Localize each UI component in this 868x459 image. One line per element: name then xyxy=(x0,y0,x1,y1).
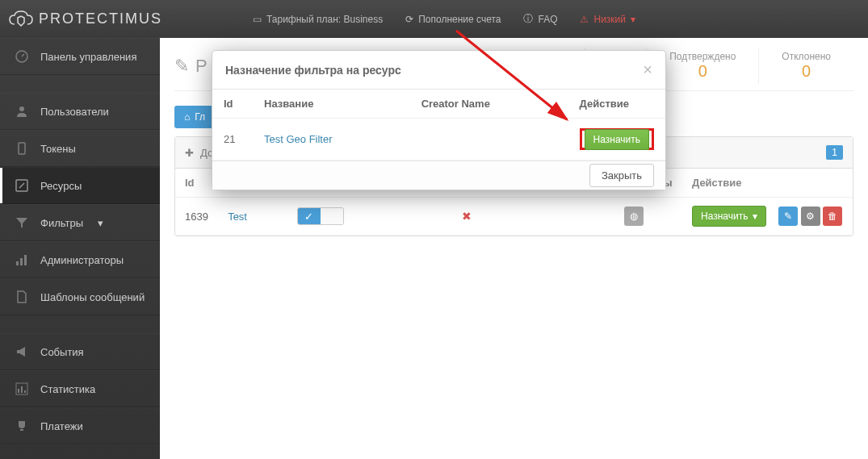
filter-row: 21 Test Geo Filter Назначить xyxy=(212,119,665,161)
modal-body: Id Название Creator Name Действие 21 Tes… xyxy=(212,90,665,161)
assign-filter-modal: Назначение фильтра на ресурс × Id Назван… xyxy=(212,50,666,190)
mcol-name: Название xyxy=(253,90,410,119)
modal-close-button[interactable]: Закрыть xyxy=(589,164,654,187)
modal-header: Назначение фильтра на ресурс × xyxy=(212,51,665,90)
modal-assign-button[interactable]: Назначить xyxy=(585,129,649,150)
filter-name-link[interactable]: Test Geo Filter xyxy=(264,133,333,145)
mcol-creator: Creator Name xyxy=(410,90,568,119)
filters-table: Id Название Creator Name Действие 21 Tes… xyxy=(212,90,665,161)
mcol-action: Действие xyxy=(568,90,665,119)
modal-footer: Закрыть xyxy=(212,161,665,190)
mcell-id: 21 xyxy=(212,119,253,161)
close-icon[interactable]: × xyxy=(643,61,652,79)
highlight-box: Назначить xyxy=(580,128,654,150)
modal-title: Назначение фильтра на ресурс xyxy=(225,64,401,77)
mcol-id: Id xyxy=(212,90,253,119)
